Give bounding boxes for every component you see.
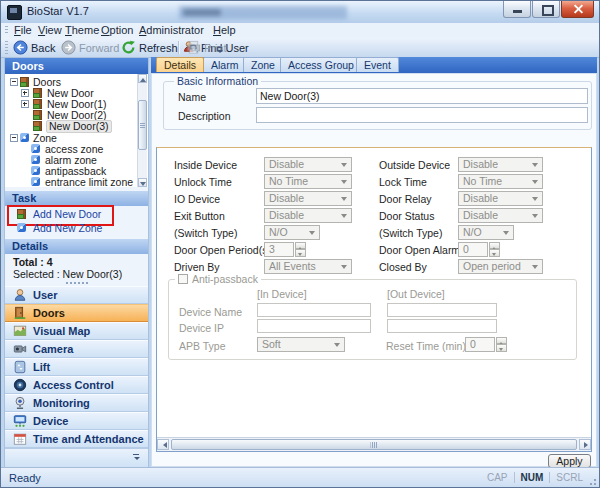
nav-user[interactable]: User: [5, 286, 148, 304]
door-icon: [33, 110, 42, 120]
io-device-select[interactable]: Disable: [264, 191, 352, 206]
spin-up-icon[interactable]: [496, 337, 507, 344]
door-relay-label: Door Relay: [379, 193, 432, 205]
unlock-time-select[interactable]: No Time: [264, 174, 352, 189]
nav-doors[interactable]: Doors: [5, 304, 148, 322]
add-door-icon: [17, 209, 26, 219]
outside-device-select[interactable]: Disable: [458, 157, 543, 172]
antipassback-group: Anti-passback [In Device] [Out Device] D…: [168, 279, 577, 360]
expand-icon[interactable]: [21, 89, 29, 97]
exit-button-select[interactable]: Disable: [264, 208, 352, 223]
door-status-select[interactable]: Disable: [458, 208, 543, 223]
menu-administrator[interactable]: Administrator: [139, 24, 204, 37]
nav-camera[interactable]: Camera: [5, 340, 148, 358]
closed-by-select[interactable]: Open period: [458, 259, 543, 274]
lock-time-label: Lock Time: [379, 176, 427, 188]
nav-device[interactable]: Device: [5, 412, 148, 430]
basic-information-legend: Basic Information: [174, 75, 261, 87]
name-input[interactable]: [256, 88, 588, 104]
tab-zone[interactable]: Zone: [243, 57, 283, 72]
maximize-icon: [542, 5, 554, 16]
refresh-icon: [121, 40, 136, 55]
menu-file[interactable]: File: [14, 24, 32, 37]
spin-up-icon[interactable]: [295, 242, 306, 249]
spin-down-icon[interactable]: [496, 344, 507, 352]
apb-type-label: APB Type: [179, 340, 226, 352]
device-ip-in-input[interactable]: [257, 319, 371, 333]
forward-button: Forward: [61, 39, 119, 56]
menubar-grip: [5, 26, 8, 35]
menu-option[interactable]: Option: [101, 24, 133, 37]
description-label: Description: [178, 110, 231, 122]
spin-down-icon[interactable]: [489, 249, 500, 257]
back-icon: [13, 40, 28, 55]
tab-details[interactable]: Details: [156, 57, 204, 72]
spin-down-icon[interactable]: [295, 249, 306, 257]
camera-icon: [13, 342, 27, 356]
nav-collapse-strip[interactable]: [5, 448, 148, 467]
lock-time-select[interactable]: No Time: [458, 174, 543, 189]
door-relay-select[interactable]: Disable: [458, 191, 543, 206]
toolbar-overflow-icon[interactable]: [217, 47, 224, 54]
outside-device-label: Outside Device: [379, 159, 450, 171]
nav-visual-map[interactable]: Visual Map: [5, 322, 148, 340]
details-tab-panel: Inside Device Disable Unlock Time No Tim…: [156, 147, 592, 452]
tab-event[interactable]: Event: [356, 57, 399, 72]
back-button[interactable]: Back: [13, 39, 55, 56]
antipassback-label: Anti-passback: [192, 273, 258, 285]
switch-type-right-label: (Switch Type): [379, 227, 442, 239]
description-input[interactable]: [256, 107, 588, 123]
tree-scrollbar-thumb[interactable]: [138, 100, 147, 150]
forward-icon: [61, 40, 76, 55]
minimize-button[interactable]: [503, 1, 531, 18]
device-ip-out-input[interactable]: [387, 319, 497, 333]
titlebar: BioStar V1.7: [1, 1, 599, 23]
titlebar-blur-text: [183, 9, 221, 16]
refresh-button[interactable]: Refresh: [121, 39, 178, 56]
maximize-button[interactable]: [532, 1, 560, 18]
device-name-in-input[interactable]: [257, 303, 371, 317]
tree-scrollbar[interactable]: [137, 74, 147, 187]
switch-type-left-select[interactable]: N/O: [264, 225, 320, 240]
scroll-right-icon[interactable]: [579, 439, 591, 450]
closed-by-label: Closed By: [379, 261, 427, 273]
driven-by-select[interactable]: All Events: [264, 259, 352, 274]
zone-icon: [31, 166, 40, 175]
visual-map-icon: [13, 324, 27, 338]
menu-view[interactable]: View: [38, 24, 62, 37]
spin-up-icon[interactable]: [489, 242, 500, 249]
apb-type-select[interactable]: Soft: [257, 337, 345, 352]
expand-icon[interactable]: [21, 100, 29, 108]
resize-grip[interactable]: [587, 476, 597, 486]
hscrollbar-thumb[interactable]: [171, 439, 577, 450]
device-name-out-input[interactable]: [387, 303, 497, 317]
scroll-up-icon[interactable]: [138, 74, 147, 83]
inside-device-select[interactable]: Disable: [264, 157, 352, 172]
status-cap: CAP: [487, 472, 508, 483]
nav-monitoring[interactable]: Monitoring: [5, 394, 148, 412]
status-ready: Ready: [9, 472, 41, 484]
apply-button[interactable]: Apply: [548, 454, 591, 468]
details-total: Total : 4: [13, 256, 52, 268]
nav-lift[interactable]: Lift: [5, 358, 148, 376]
menu-theme[interactable]: Theme: [65, 24, 99, 37]
menu-help[interactable]: Help: [213, 24, 236, 37]
collapse-icon[interactable]: [10, 134, 18, 142]
device-name-label: Device Name: [179, 306, 242, 318]
tab-alarm[interactable]: Alarm: [203, 57, 246, 72]
scroll-down-icon[interactable]: [138, 178, 147, 187]
monitoring-icon: [13, 396, 27, 410]
horizontal-scrollbar[interactable]: [157, 437, 591, 451]
minimize-icon: [513, 10, 522, 13]
device-ip-label: Device IP: [179, 322, 224, 334]
collapse-icon[interactable]: [10, 78, 18, 86]
nav-time-and-attendance[interactable]: Time and Attendance: [5, 430, 148, 448]
antipassback-checkbox[interactable]: [178, 274, 188, 284]
close-button[interactable]: [561, 1, 594, 18]
switch-type-right-select[interactable]: N/O: [458, 225, 514, 240]
main-panel: Doors Basic Information Name Description…: [151, 57, 597, 467]
tab-access-group[interactable]: Access Group: [280, 57, 362, 72]
scroll-left-icon[interactable]: [157, 439, 169, 450]
door-status-label: Door Status: [379, 210, 434, 222]
nav-access-control[interactable]: Access Control: [5, 376, 148, 394]
